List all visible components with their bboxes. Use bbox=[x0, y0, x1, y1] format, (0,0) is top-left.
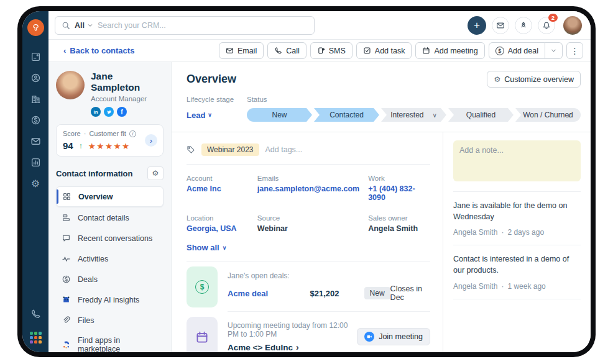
sidebar-item-freddy-ai-insights[interactable]: Freddy AI insights bbox=[56, 290, 164, 309]
status-label: Status bbox=[247, 96, 267, 103]
email-icon[interactable] bbox=[27, 133, 44, 149]
overview-main: Overview ⚙ Customize overview Lifecycle … bbox=[172, 62, 591, 352]
plus-icon: + bbox=[474, 19, 480, 32]
freshworks-logo-icon[interactable] bbox=[27, 19, 44, 36]
accounts-icon[interactable] bbox=[27, 91, 44, 107]
tag-chip[interactable]: Webinar 2023 bbox=[201, 143, 259, 156]
sms-button[interactable]: SMS bbox=[310, 42, 353, 59]
contacts-icon[interactable] bbox=[27, 70, 44, 86]
sidebar-item-contact-details[interactable]: Contact details bbox=[56, 208, 164, 227]
chevron-down-icon: ∨ bbox=[223, 245, 227, 251]
score-value: 94 bbox=[63, 140, 73, 151]
record-actionbar: ‹ Back to contacts Email Call SMS bbox=[48, 40, 591, 62]
sidebar-item-files[interactable]: Files bbox=[56, 311, 164, 330]
customer-fit-label: Customer fit bbox=[89, 130, 126, 137]
user-avatar[interactable] bbox=[563, 16, 582, 35]
sidebar-item-find-apps-marketplace[interactable]: Find apps in marketplace bbox=[56, 331, 164, 352]
customize-overview-button[interactable]: ⚙ Customize overview bbox=[487, 71, 581, 88]
field-source: Source Webinar bbox=[257, 214, 359, 233]
analytics-icon[interactable] bbox=[27, 154, 44, 170]
chevron-down-icon: ∨ bbox=[433, 112, 437, 119]
email-link[interactable]: jane.sampleton@acme.com bbox=[257, 184, 359, 193]
meeting-title-link[interactable]: Acme <> EduInc › bbox=[228, 342, 351, 352]
note-item[interactable]: Jane is available for the demo on Wednes… bbox=[453, 191, 581, 245]
device-frame: ⚙ All bbox=[17, 6, 596, 357]
stage-labels-row: Lifecycle stage Status bbox=[187, 96, 581, 103]
more-actions-button[interactable]: ⋮ bbox=[566, 42, 583, 59]
global-topbar: All + 2 bbox=[48, 11, 591, 40]
sidebar-item-deals[interactable]: Deals bbox=[56, 270, 164, 289]
stage-contacted[interactable]: Contacted bbox=[314, 108, 379, 122]
contact-role: Account Manager bbox=[91, 95, 164, 102]
call-button[interactable]: Call bbox=[267, 42, 306, 59]
overview-body: Webinar 2023 Add tags... Account Acme In… bbox=[172, 132, 591, 352]
envelope-icon bbox=[226, 47, 234, 55]
chevron-down-icon bbox=[87, 22, 93, 29]
grid-icon bbox=[62, 192, 72, 201]
sidebar-item-overview[interactable]: Overview bbox=[56, 186, 164, 207]
dashboard-icon[interactable] bbox=[27, 48, 44, 65]
envelope-icon bbox=[496, 21, 505, 30]
score-label: Score bbox=[63, 130, 81, 137]
add-deal-button[interactable]: $ Add deal bbox=[489, 42, 545, 59]
contact-avatar[interactable] bbox=[56, 71, 85, 99]
info-icon[interactable]: i bbox=[129, 130, 136, 137]
score-values: 94 ↑ ★★★★★ bbox=[63, 140, 157, 151]
contact-side-panel: Jane Sampleton Account Manager in f bbox=[48, 62, 172, 352]
mobile-arrow-icon bbox=[317, 47, 325, 55]
lifecycle-stage-dropdown[interactable]: Lead ∨ bbox=[187, 111, 247, 120]
dollar-circle-icon bbox=[61, 275, 71, 284]
stage-interested[interactable]: Interested ∨ bbox=[381, 108, 446, 122]
add-meeting-button[interactable]: Add meeting bbox=[415, 42, 484, 59]
notes-column: Jane is available for the demo on Wednes… bbox=[443, 132, 591, 352]
join-meeting-button[interactable]: Join meeting bbox=[357, 328, 430, 345]
twitter-icon[interactable] bbox=[104, 107, 114, 117]
work-phone-link[interactable]: +1 (404) 832-3090 bbox=[368, 184, 430, 202]
note-time: 1 week ago bbox=[507, 282, 545, 291]
add-note-input[interactable] bbox=[453, 140, 581, 181]
facebook-icon[interactable]: f bbox=[117, 107, 127, 117]
search-icon bbox=[62, 21, 70, 30]
location-link[interactable]: Georgia, USA bbox=[187, 224, 249, 233]
account-link[interactable]: Acme Inc bbox=[187, 184, 249, 193]
contact-name: Jane Sampleton bbox=[91, 71, 164, 93]
show-all-link[interactable]: Show all ∨ bbox=[187, 243, 430, 262]
email-button[interactable]: Email bbox=[219, 42, 264, 59]
stage-new[interactable]: New bbox=[247, 108, 312, 122]
status-pipeline-row: Lead ∨ New Contacted Interested ∨ Qualif… bbox=[187, 108, 581, 122]
quick-add-button[interactable]: + bbox=[468, 16, 486, 35]
deal-dollar-icon: $ bbox=[495, 47, 504, 55]
add-task-button[interactable]: Add task bbox=[356, 42, 412, 59]
phone-icon[interactable] bbox=[27, 306, 44, 322]
deal-name-link[interactable]: Acme deal bbox=[228, 289, 310, 298]
activity-pulse-icon bbox=[61, 254, 71, 263]
id-card-icon bbox=[61, 213, 71, 222]
search-scope-dropdown[interactable]: All bbox=[75, 21, 93, 30]
deals-icon[interactable] bbox=[27, 112, 44, 128]
search-input[interactable] bbox=[98, 21, 308, 30]
notifications-button[interactable]: 2 bbox=[538, 17, 555, 34]
sidebar-item-recent-conversations[interactable]: Recent conversations bbox=[56, 229, 164, 248]
whats-new-button[interactable] bbox=[515, 17, 532, 34]
settings-icon[interactable]: ⚙ bbox=[27, 175, 44, 191]
dollar-circle-icon: $ bbox=[195, 280, 209, 294]
upcoming-meeting-row: Upcoming meeting today from 12:00 PM to … bbox=[187, 312, 430, 352]
rail-bottom-group bbox=[27, 303, 44, 344]
back-to-contacts-link[interactable]: ‹ Back to contacts bbox=[63, 46, 134, 55]
record-actions: Email Call SMS Add task Add meeting bbox=[219, 42, 583, 59]
app-switcher-icon[interactable] bbox=[30, 332, 42, 344]
score-expand-button[interactable]: › bbox=[145, 134, 157, 147]
linkedin-icon[interactable]: in bbox=[91, 107, 101, 117]
note-item[interactable]: Contact is interested in a demo of our p… bbox=[453, 245, 581, 299]
email-inbox-button[interactable] bbox=[492, 17, 509, 34]
stage-won-churned[interactable]: Won / Churned ∨ bbox=[515, 108, 581, 122]
contact-fields-grid: Account Acme Inc Emails jane.sampleton@a… bbox=[187, 165, 430, 233]
dot-separator: · bbox=[501, 228, 504, 237]
section-settings-button[interactable]: ⚙ bbox=[147, 166, 164, 180]
sidebar-item-activities[interactable]: Activities bbox=[56, 249, 164, 268]
contact-nav-list: Overview Contact details Recent conversa… bbox=[56, 186, 164, 352]
add-tags-input[interactable]: Add tags... bbox=[265, 145, 303, 154]
add-deal-caret-button[interactable] bbox=[545, 42, 563, 59]
global-search[interactable]: All bbox=[55, 16, 315, 35]
stage-qualified[interactable]: Qualified bbox=[448, 108, 514, 122]
